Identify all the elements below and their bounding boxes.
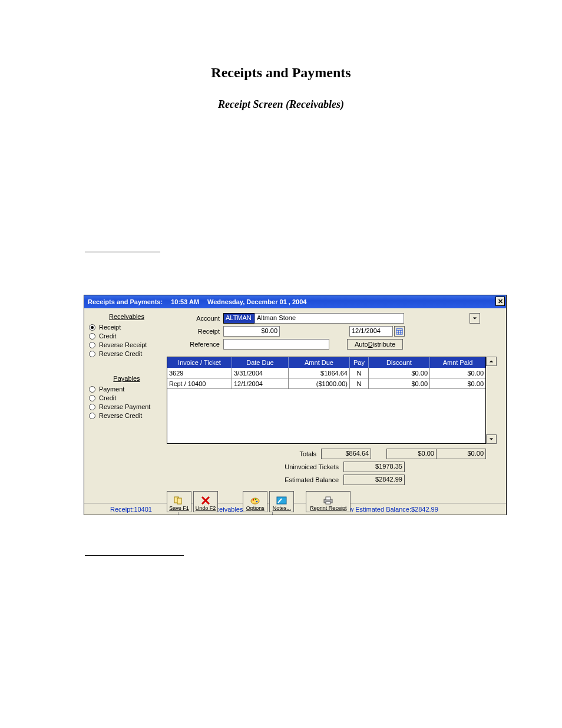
page-subtitle: Receipt Screen (Receivables) [0, 98, 562, 111]
page-title: Receipts and Payments [0, 65, 562, 81]
